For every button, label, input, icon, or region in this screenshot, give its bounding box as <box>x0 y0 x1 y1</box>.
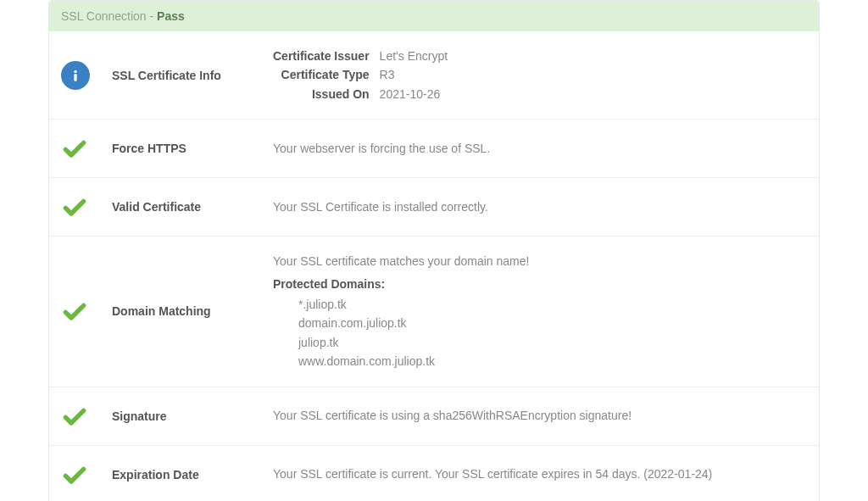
expiration-label: Expiration Date <box>112 468 273 482</box>
issued-key: Issued On <box>273 85 380 103</box>
panel-status: Pass <box>157 9 185 23</box>
issued-val: 2021-10-26 <box>380 85 448 103</box>
domain-item: www.domain.com.juliop.tk <box>298 352 807 370</box>
row-valid-cert: Valid Certificate Your SSL Certificate i… <box>49 178 819 237</box>
row-domain-matching: Domain Matching Your SSL certificate mat… <box>49 237 819 387</box>
ssl-info-values: Certificate Issuer Let's Encrypt Certifi… <box>273 47 807 103</box>
check-icon <box>61 193 88 220</box>
panel-title: SSL Connection - <box>61 9 157 23</box>
check-icon <box>61 135 88 162</box>
check-icon <box>61 403 88 430</box>
domain-item: *.juliop.tk <box>298 295 807 314</box>
domain-matching-values: Your SSL certificate matches your domain… <box>273 252 807 370</box>
issuer-val: Let's Encrypt <box>380 47 448 65</box>
force-https-desc: Your webserver is forcing the use of SSL… <box>273 139 807 158</box>
force-https-label: Force HTTPS <box>112 142 273 155</box>
check-icon-cell <box>61 461 112 488</box>
type-val: R3 <box>380 65 448 84</box>
domains-list: *.juliop.tk domain.com.juliop.tk juliop.… <box>273 295 807 371</box>
valid-cert-label: Valid Certificate <box>112 200 273 214</box>
ssl-panel: SSL Connection - Pass SSL Certificate In… <box>48 0 820 501</box>
row-ssl-info: SSL Certificate Info Certificate Issuer … <box>49 31 819 120</box>
domain-matching-label: Domain Matching <box>112 304 273 318</box>
check-icon-cell <box>61 135 112 162</box>
domain-item: domain.com.juliop.tk <box>298 314 807 332</box>
valid-cert-desc: Your SSL Certificate is installed correc… <box>273 198 807 216</box>
info-icon <box>61 61 90 90</box>
row-signature: Signature Your SSL certificate is using … <box>49 387 819 446</box>
check-icon <box>61 461 88 488</box>
expiration-desc: Your SSL certificate is current. Your SS… <box>273 465 807 483</box>
issuer-key: Certificate Issuer <box>273 47 380 65</box>
check-icon-cell <box>61 298 112 325</box>
svg-point-0 <box>74 70 77 73</box>
check-icon-cell <box>61 193 112 220</box>
type-key: Certificate Type <box>273 65 380 84</box>
signature-desc: Your SSL certificate is using a sha256Wi… <box>273 406 807 425</box>
info-icon-cell <box>61 61 112 90</box>
check-icon-cell <box>61 403 112 430</box>
protected-domains-label: Protected Domains: <box>273 275 807 293</box>
row-force-https: Force HTTPS Your webserver is forcing th… <box>49 120 819 178</box>
check-icon <box>61 298 88 325</box>
row-expiration: Expiration Date Your SSL certificate is … <box>49 446 819 501</box>
svg-rect-1 <box>74 74 76 81</box>
domain-matching-desc: Your SSL certificate matches your domain… <box>273 252 807 270</box>
domain-item: juliop.tk <box>298 333 807 352</box>
panel-header: SSL Connection - Pass <box>49 1 819 31</box>
ssl-info-label: SSL Certificate Info <box>112 69 273 82</box>
signature-label: Signature <box>112 409 273 423</box>
